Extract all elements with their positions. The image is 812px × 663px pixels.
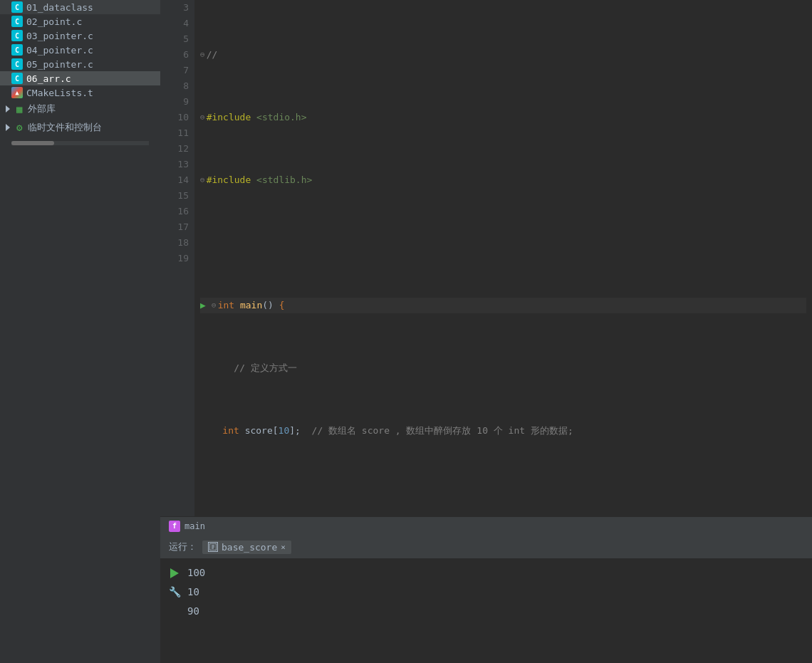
sidebar-item-03-pointer[interactable]: C 03_pointer.c	[0, 28, 160, 43]
include-path-5: <stdlib.h>	[256, 172, 312, 188]
chevron-right-icon-2	[6, 124, 10, 131]
file-icon-05: C	[11, 58, 23, 70]
run-tab[interactable]: base_score ×	[202, 541, 291, 554]
include-macro-5: #include	[207, 172, 256, 188]
code-line-4: ⊖ #include <stdio.h>	[200, 110, 806, 125]
file-list: C 01_dataclass C 02_point.c C 03_pointer…	[0, 0, 160, 100]
kw-int-9: int	[200, 423, 245, 439]
run-panel-label: 运行：	[169, 541, 197, 553]
run-tab-name: base_score	[222, 542, 277, 553]
bar-chart-icon: ▦	[16, 103, 22, 115]
file-icon-cmake: ▲	[11, 87, 23, 98]
sidebar-item-05-pointer[interactable]: C 05_pointer.c	[0, 57, 160, 71]
sidebar-scrollbar-thumb	[11, 141, 54, 145]
file-icon-06: C	[11, 73, 23, 84]
var-score-9: score	[245, 423, 273, 439]
settings-icon: ⚙	[16, 122, 22, 133]
sidebar-section-temp-files[interactable]: ⚙ 临时文件和控制台	[0, 118, 160, 137]
fn-main-7: main	[240, 298, 262, 313]
file-label-06: 06_arr.c	[26, 73, 71, 84]
comment-8: // 定义方式一	[212, 360, 297, 376]
bracket-9: [	[273, 423, 279, 439]
file-label-04: 04_pointer.c	[26, 45, 93, 56]
line-numbers: 3 4 5 6 7 8 9 10 11 12 13 14 15 16 17 18	[160, 0, 194, 516]
brace-open-7: {	[279, 298, 285, 313]
run-tab-close-button[interactable]: ×	[281, 543, 286, 552]
sidebar-item-04-pointer[interactable]: C 04_pointer.c	[0, 43, 160, 57]
code-line-5: ⊖ #include <stdlib.h>	[200, 172, 806, 188]
code-editor[interactable]: 3 4 5 6 7 8 9 10 11 12 13 14 15 16 17 18	[160, 0, 812, 516]
section-label-external-lib: 外部库	[28, 103, 56, 115]
file-icon-02: C	[11, 16, 23, 27]
empty-10	[200, 486, 206, 501]
sidebar-item-02-point[interactable]: C 02_point.c	[0, 14, 160, 28]
run-output-90: 90	[187, 602, 199, 620]
section-label-temp-files: 临时文件和控制台	[28, 121, 102, 134]
empty-6	[200, 235, 206, 251]
sidebar-item-06-arr[interactable]: C 06_arr.c	[0, 71, 160, 85]
run-arrow-7[interactable]: ▶	[200, 298, 209, 313]
run-output-line-3: 90	[169, 602, 803, 620]
punct-7: ()	[262, 298, 279, 313]
run-panel: 运行： base_score × 100 🔧	[160, 535, 812, 663]
run-content: 100 🔧 10 90	[160, 558, 812, 663]
function-name: main	[184, 521, 205, 531]
code-line-7: ▶ ⊖ int main() {	[200, 298, 806, 313]
file-label-05: 05_pointer.c	[26, 59, 93, 70]
sidebar-scrollbar-area	[0, 137, 160, 150]
include-macro-4: #include	[207, 110, 256, 125]
run-tab-icon	[208, 542, 218, 552]
fold-icon-5: ⊖	[200, 172, 205, 188]
code-line-9: int score[10]; // 数组名 score , 数组中醉倒存放 10…	[200, 423, 806, 439]
fold-icon-3: ⊖	[200, 47, 205, 63]
file-icon-01: C	[11, 1, 23, 13]
code-lines[interactable]: ⊖ // ⊖ #include <stdio.h> ⊖ #include <st…	[194, 0, 812, 516]
function-icon: f	[169, 521, 180, 532]
sidebar: C 01_dataclass C 02_point.c C 03_pointer…	[0, 0, 160, 663]
fold-icon-4: ⊖	[200, 110, 205, 125]
code-line-8: // 定义方式一	[200, 360, 806, 376]
sidebar-item-01-dataclass[interactable]: C 01_dataclass	[0, 0, 160, 14]
code-content[interactable]: 3 4 5 6 7 8 9 10 11 12 13 14 15 16 17 18	[160, 0, 812, 516]
fold-icon-7: ⊖	[212, 298, 217, 313]
code-line-3: ⊖ //	[200, 47, 806, 63]
wrench-icon: 🔧	[169, 587, 180, 598]
run-output-100: 100	[187, 564, 205, 582]
bracket-close-9: ];	[289, 423, 301, 439]
comment-inline-9: // 数组名 score , 数组中醉倒存放 10 个 int 形的数据;	[301, 423, 573, 439]
include-path-4: <stdio.h>	[256, 110, 306, 125]
chevron-right-icon	[6, 105, 10, 113]
editor-area: 3 4 5 6 7 8 9 10 11 12 13 14 15 16 17 18	[160, 0, 812, 663]
main-container: C 01_dataclass C 02_point.c C 03_pointer…	[0, 0, 812, 663]
file-label-cmake: CMakeLists.t	[26, 88, 93, 98]
file-icon-04: C	[11, 44, 23, 56]
run-output-10: 10	[187, 583, 199, 601]
code-line-6	[200, 235, 806, 251]
file-label-02: 02_point.c	[26, 16, 82, 27]
kw-int-7: int	[218, 298, 240, 313]
file-icon-03: C	[11, 30, 23, 41]
sidebar-item-cmakelists[interactable]: ▲ CMakeLists.t	[0, 85, 160, 100]
play-triangle	[170, 568, 179, 578]
num-10-9: 10	[279, 423, 290, 439]
sidebar-section-external-lib[interactable]: ▦ 外部库	[0, 100, 160, 118]
run-output-line-2: 🔧 10	[169, 583, 803, 601]
play-icon	[169, 568, 180, 579]
file-label-01: 01_dataclass	[26, 2, 93, 13]
code-line-10	[200, 486, 806, 501]
run-panel-header: 运行： base_score ×	[160, 536, 812, 558]
file-label-03: 03_pointer.c	[26, 31, 93, 41]
comment-3: //	[207, 47, 218, 63]
sidebar-scrollbar[interactable]	[11, 141, 149, 145]
function-bar: f main	[160, 516, 812, 535]
run-output-line-1: 100	[169, 564, 803, 582]
